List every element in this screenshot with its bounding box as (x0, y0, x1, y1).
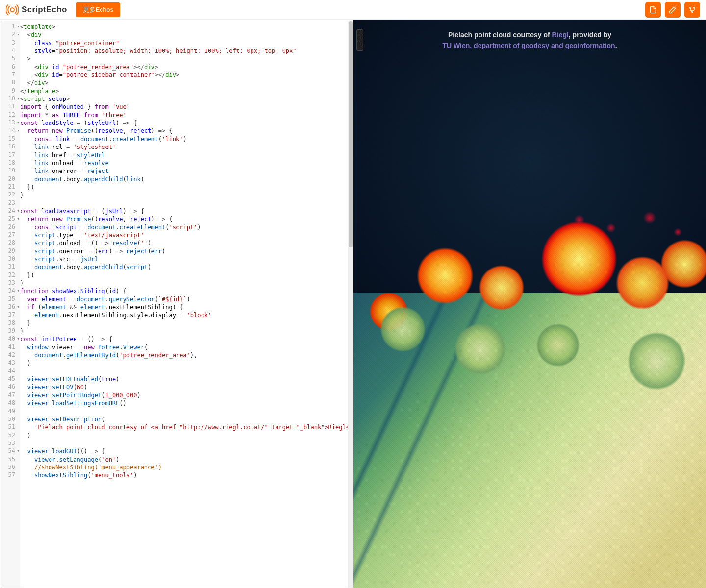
wand-icon[interactable] (665, 2, 681, 18)
scroll-thumb[interactable] (349, 21, 353, 247)
branch-icon[interactable] (684, 2, 700, 18)
logo-icon (6, 3, 19, 16)
link-riegl[interactable]: Riegl (552, 31, 569, 39)
viewer-description: Pielach point cloud courtesy of Riegl, p… (353, 29, 706, 51)
sidebar-toggle[interactable] (356, 29, 363, 51)
more-echos-button[interactable]: 更多Echos (76, 2, 120, 17)
code-editor[interactable]: 1▾2▾345678910▾111213▾14▾1516171819202122… (1, 21, 353, 588)
viewer-pane[interactable]: Pielach point cloud courtesy of Riegl, p… (353, 20, 706, 588)
svg-point-2 (694, 7, 695, 8)
document-icon[interactable] (645, 2, 661, 18)
scrollbar-vertical[interactable] (348, 21, 353, 588)
point-cloud-render[interactable] (353, 20, 706, 588)
link-tuwien[interactable]: TU Wien, department of geodesy and geoin… (442, 42, 615, 49)
code-area[interactable]: <template> <div class="potree_container"… (20, 21, 353, 588)
toolbar (645, 2, 700, 18)
line-gutter: 1▾2▾345678910▾111213▾14▾1516171819202122… (1, 21, 20, 588)
brand-name: ScriptEcho (22, 5, 67, 15)
topbar: ScriptEcho 更多Echos (0, 0, 706, 20)
svg-point-3 (692, 11, 693, 12)
svg-point-1 (690, 7, 691, 8)
svg-point-0 (10, 8, 14, 12)
main: 1▾2▾345678910▾111213▾14▾1516171819202122… (0, 20, 706, 588)
brand[interactable]: ScriptEcho (6, 3, 67, 16)
